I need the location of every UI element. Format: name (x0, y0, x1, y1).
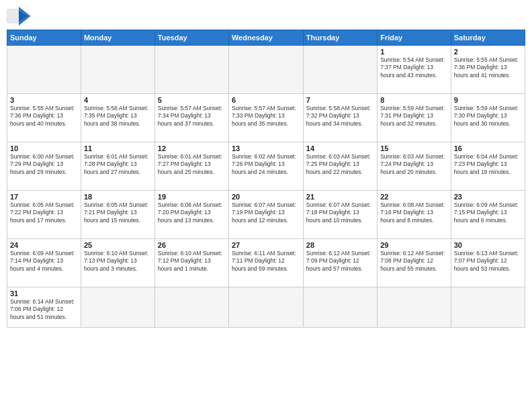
day-info: Sunrise: 5:58 AM Sunset: 7:32 PM Dayligh… (306, 105, 374, 128)
day-info: Sunrise: 6:08 AM Sunset: 7:16 PM Dayligh… (380, 201, 448, 224)
day-number: 7 (306, 96, 374, 104)
day-info: Sunrise: 6:12 AM Sunset: 7:09 PM Dayligh… (306, 250, 374, 273)
day-info: Sunrise: 6:01 AM Sunset: 7:27 PM Dayligh… (158, 153, 226, 176)
day-number: 14 (306, 144, 374, 152)
calendar-cell: 25Sunrise: 6:10 AM Sunset: 7:13 PM Dayli… (81, 239, 154, 287)
calendar-cell: 15Sunrise: 6:03 AM Sunset: 7:24 PM Dayli… (378, 142, 451, 191)
calendar-cell: 24Sunrise: 6:09 AM Sunset: 7:14 PM Dayli… (7, 239, 81, 287)
day-info: Sunrise: 6:14 AM Sunset: 7:06 PM Dayligh… (10, 298, 78, 321)
weekday-header-saturday: Saturday (451, 30, 525, 46)
calendar-cell: 18Sunrise: 6:05 AM Sunset: 7:21 PM Dayli… (81, 191, 154, 239)
day-number: 4 (84, 96, 152, 104)
day-info: Sunrise: 5:54 AM Sunset: 7:37 PM Dayligh… (380, 56, 448, 79)
day-info: Sunrise: 6:03 AM Sunset: 7:24 PM Dayligh… (380, 153, 448, 176)
calendar-cell: 4Sunrise: 5:56 AM Sunset: 7:35 PM Daylig… (81, 94, 154, 142)
calendar-cell: 19Sunrise: 6:06 AM Sunset: 7:20 PM Dayli… (154, 191, 228, 239)
day-number: 24 (10, 241, 78, 249)
day-info: Sunrise: 6:04 AM Sunset: 7:23 PM Dayligh… (454, 153, 522, 176)
day-number: 28 (306, 241, 374, 249)
weekday-header-thursday: Thursday (303, 30, 377, 46)
day-number: 17 (10, 193, 78, 201)
day-number: 20 (232, 193, 300, 201)
day-number: 15 (380, 144, 448, 152)
calendar-cell (7, 46, 81, 94)
day-info: Sunrise: 5:59 AM Sunset: 7:30 PM Dayligh… (454, 105, 522, 128)
calendar-cell: 23Sunrise: 6:09 AM Sunset: 7:15 PM Dayli… (451, 191, 525, 239)
calendar-cell: 10Sunrise: 6:00 AM Sunset: 7:29 PM Dayli… (7, 142, 81, 191)
calendar-cell: 17Sunrise: 6:05 AM Sunset: 7:22 PM Dayli… (7, 191, 81, 239)
day-info: Sunrise: 6:01 AM Sunset: 7:28 PM Dayligh… (84, 153, 152, 176)
calendar-cell: 2Sunrise: 5:55 AM Sunset: 7:36 PM Daylig… (451, 46, 525, 94)
calendar-cell: 14Sunrise: 6:03 AM Sunset: 7:25 PM Dayli… (303, 142, 377, 191)
calendar-cell (154, 46, 228, 94)
day-number: 8 (380, 96, 448, 104)
day-info: Sunrise: 6:10 AM Sunset: 7:13 PM Dayligh… (84, 250, 152, 273)
day-number: 22 (380, 193, 448, 201)
weekday-header-friday: Friday (378, 30, 451, 46)
day-number: 26 (158, 241, 226, 249)
day-info: Sunrise: 6:13 AM Sunset: 7:07 PM Dayligh… (454, 250, 522, 273)
calendar-cell: 13Sunrise: 6:02 AM Sunset: 7:26 PM Dayli… (228, 142, 303, 191)
day-number: 3 (10, 96, 78, 104)
weekday-header-wednesday: Wednesday (228, 30, 303, 46)
day-info: Sunrise: 6:02 AM Sunset: 7:26 PM Dayligh… (232, 153, 300, 176)
day-number: 2 (454, 48, 522, 56)
day-info: Sunrise: 6:12 AM Sunset: 7:08 PM Dayligh… (380, 250, 448, 273)
day-info: Sunrise: 6:09 AM Sunset: 7:14 PM Dayligh… (10, 250, 78, 273)
calendar-cell (81, 287, 154, 328)
day-info: Sunrise: 6:11 AM Sunset: 7:11 PM Dayligh… (232, 250, 300, 273)
day-info: Sunrise: 6:06 AM Sunset: 7:20 PM Dayligh… (158, 201, 226, 224)
day-info: Sunrise: 6:03 AM Sunset: 7:25 PM Dayligh… (306, 153, 374, 176)
day-info: Sunrise: 6:09 AM Sunset: 7:15 PM Dayligh… (454, 201, 522, 224)
day-number: 10 (10, 144, 78, 152)
day-number: 6 (232, 96, 300, 104)
day-info: Sunrise: 6:07 AM Sunset: 7:18 PM Dayligh… (306, 201, 374, 224)
calendar-cell: 5Sunrise: 5:57 AM Sunset: 7:34 PM Daylig… (154, 94, 228, 142)
calendar: SundayMondayTuesdayWednesdayThursdayFrid… (7, 30, 525, 328)
day-number: 27 (232, 241, 300, 249)
day-info: Sunrise: 5:56 AM Sunset: 7:35 PM Dayligh… (84, 105, 152, 128)
calendar-cell: 31Sunrise: 6:14 AM Sunset: 7:06 PM Dayli… (7, 287, 81, 328)
calendar-cell: 16Sunrise: 6:04 AM Sunset: 7:23 PM Dayli… (451, 142, 525, 191)
weekday-header-tuesday: Tuesday (154, 30, 228, 46)
day-number: 21 (306, 193, 374, 201)
calendar-cell (228, 46, 303, 94)
day-number: 1 (380, 48, 448, 56)
calendar-cell: 1Sunrise: 5:54 AM Sunset: 7:37 PM Daylig… (378, 46, 451, 94)
calendar-cell: 9Sunrise: 5:59 AM Sunset: 7:30 PM Daylig… (451, 94, 525, 142)
logo (7, 7, 34, 26)
day-number: 30 (454, 241, 522, 249)
calendar-cell: 12Sunrise: 6:01 AM Sunset: 7:27 PM Dayli… (154, 142, 228, 191)
day-info: Sunrise: 5:55 AM Sunset: 7:36 PM Dayligh… (454, 56, 522, 79)
day-number: 12 (158, 144, 226, 152)
day-info: Sunrise: 5:57 AM Sunset: 7:34 PM Dayligh… (158, 105, 226, 128)
day-number: 18 (84, 193, 152, 201)
weekday-header-monday: Monday (81, 30, 154, 46)
calendar-cell (228, 287, 303, 328)
day-info: Sunrise: 5:57 AM Sunset: 7:33 PM Dayligh… (232, 105, 300, 128)
day-info: Sunrise: 5:55 AM Sunset: 7:36 PM Dayligh… (10, 105, 78, 128)
calendar-cell: 6Sunrise: 5:57 AM Sunset: 7:33 PM Daylig… (228, 94, 303, 142)
calendar-cell: 26Sunrise: 6:10 AM Sunset: 7:12 PM Dayli… (154, 239, 228, 287)
day-info: Sunrise: 6:05 AM Sunset: 7:21 PM Dayligh… (84, 201, 152, 224)
calendar-cell: 28Sunrise: 6:12 AM Sunset: 7:09 PM Dayli… (303, 239, 377, 287)
svg-rect-0 (7, 9, 19, 24)
day-info: Sunrise: 6:10 AM Sunset: 7:12 PM Dayligh… (158, 250, 226, 273)
calendar-cell: 30Sunrise: 6:13 AM Sunset: 7:07 PM Dayli… (451, 239, 525, 287)
calendar-cell (81, 46, 154, 94)
day-number: 13 (232, 144, 300, 152)
calendar-cell: 22Sunrise: 6:08 AM Sunset: 7:16 PM Dayli… (378, 191, 451, 239)
calendar-cell (154, 287, 228, 328)
day-number: 29 (380, 241, 448, 249)
calendar-cell: 20Sunrise: 6:07 AM Sunset: 7:19 PM Dayli… (228, 191, 303, 239)
calendar-cell (451, 287, 525, 328)
calendar-cell (303, 46, 377, 94)
calendar-cell: 3Sunrise: 5:55 AM Sunset: 7:36 PM Daylig… (7, 94, 81, 142)
day-info: Sunrise: 6:00 AM Sunset: 7:29 PM Dayligh… (10, 153, 78, 176)
day-number: 11 (84, 144, 152, 152)
day-number: 25 (84, 241, 152, 249)
day-info: Sunrise: 6:07 AM Sunset: 7:19 PM Dayligh… (232, 201, 300, 224)
calendar-cell: 21Sunrise: 6:07 AM Sunset: 7:18 PM Dayli… (303, 191, 377, 239)
day-info: Sunrise: 5:59 AM Sunset: 7:31 PM Dayligh… (380, 105, 448, 128)
calendar-cell (303, 287, 377, 328)
